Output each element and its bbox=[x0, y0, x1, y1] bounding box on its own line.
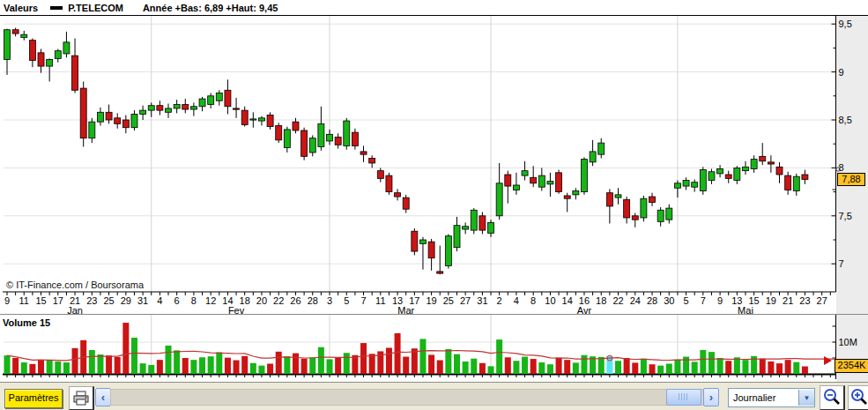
svg-text:11: 11 bbox=[375, 295, 385, 306]
copyright-text: © IT-Finance.com / Boursorama bbox=[6, 280, 144, 290]
stock-chart-app: Valeurs P.TELECOM Année +Bas: 6,89 +Haut… bbox=[0, 0, 868, 410]
svg-text:4: 4 bbox=[157, 295, 162, 306]
svg-text:9: 9 bbox=[717, 295, 723, 306]
svg-text:18: 18 bbox=[596, 295, 606, 306]
period-dropdown-value: Journalier bbox=[729, 392, 798, 403]
bottom-toolbar: Paramètres ‹ › Journalier ▼ bbox=[0, 382, 868, 410]
svg-text:28: 28 bbox=[308, 295, 318, 306]
print-button[interactable] bbox=[69, 386, 94, 410]
svg-text:31: 31 bbox=[137, 295, 148, 306]
svg-text:10M: 10M bbox=[839, 337, 857, 347]
svg-text:24: 24 bbox=[630, 295, 641, 306]
volume-indicator-label: Volume 15 bbox=[3, 317, 50, 328]
svg-text:5: 5 bbox=[683, 295, 688, 306]
svg-text:15: 15 bbox=[35, 295, 46, 306]
svg-text:7,5: 7,5 bbox=[839, 211, 852, 221]
svg-text:9,5: 9,5 bbox=[839, 19, 852, 29]
price-volume-chart: 9111517212325293146812141820222628357111… bbox=[0, 0, 868, 382]
scroll-right-button[interactable]: › bbox=[703, 388, 719, 406]
svg-text:20: 20 bbox=[256, 295, 267, 306]
svg-text:8: 8 bbox=[191, 295, 197, 306]
svg-text:8,5: 8,5 bbox=[839, 115, 852, 125]
svg-text:27: 27 bbox=[817, 295, 827, 306]
svg-text:31: 31 bbox=[477, 295, 487, 306]
horizontal-scrollbar-track[interactable] bbox=[110, 389, 704, 406]
svg-text:22: 22 bbox=[612, 295, 623, 306]
last-volume-badge: 2354K bbox=[835, 359, 868, 373]
parameters-button[interactable]: Paramètres bbox=[4, 389, 63, 408]
svg-text:22: 22 bbox=[273, 295, 284, 306]
svg-text:26: 26 bbox=[290, 295, 300, 306]
svg-text:8: 8 bbox=[530, 295, 536, 306]
svg-text:2: 2 bbox=[497, 295, 502, 306]
magnifier-minus-icon bbox=[822, 388, 842, 407]
svg-text:21: 21 bbox=[783, 295, 793, 306]
svg-text:19: 19 bbox=[426, 295, 436, 306]
scroll-left-button[interactable]: ‹ bbox=[95, 388, 111, 406]
period-dropdown[interactable]: Journalier ▼ bbox=[728, 388, 815, 407]
svg-text:7: 7 bbox=[839, 258, 844, 269]
svg-text:9: 9 bbox=[839, 67, 844, 78]
zoom-in-button[interactable] bbox=[848, 385, 868, 410]
svg-text:28: 28 bbox=[647, 295, 657, 306]
svg-text:4: 4 bbox=[514, 295, 519, 306]
svg-text:19: 19 bbox=[766, 295, 776, 306]
candles-group bbox=[4, 28, 808, 275]
svg-text:23: 23 bbox=[799, 295, 810, 306]
last-price-badge: 7,88 bbox=[837, 173, 865, 186]
svg-text:30: 30 bbox=[664, 295, 674, 306]
svg-text:23: 23 bbox=[86, 295, 97, 306]
svg-text:11: 11 bbox=[19, 295, 29, 306]
svg-text:12: 12 bbox=[205, 295, 216, 306]
magnifier-plus-icon bbox=[849, 388, 868, 407]
svg-text:9: 9 bbox=[4, 295, 10, 306]
last-volume-arrow-icon bbox=[824, 356, 832, 365]
svg-text:17: 17 bbox=[53, 295, 63, 306]
zoom-out-button[interactable] bbox=[820, 385, 845, 410]
svg-text:5: 5 bbox=[344, 295, 349, 306]
svg-text:25: 25 bbox=[443, 295, 454, 306]
volume-bars-group bbox=[4, 323, 808, 374]
printer-icon bbox=[72, 391, 90, 406]
horizontal-scrollbar-thumb[interactable] bbox=[666, 389, 701, 406]
chevron-down-icon: ▼ bbox=[798, 390, 814, 406]
svg-text:6: 6 bbox=[174, 295, 180, 306]
svg-text:25: 25 bbox=[103, 295, 114, 306]
svg-text:14: 14 bbox=[562, 295, 573, 306]
svg-text:27: 27 bbox=[460, 295, 471, 306]
svg-text:29: 29 bbox=[121, 295, 131, 306]
svg-text:7: 7 bbox=[360, 295, 366, 306]
svg-text:10: 10 bbox=[545, 295, 555, 306]
svg-text:7: 7 bbox=[701, 295, 706, 306]
svg-text:3: 3 bbox=[327, 295, 332, 306]
